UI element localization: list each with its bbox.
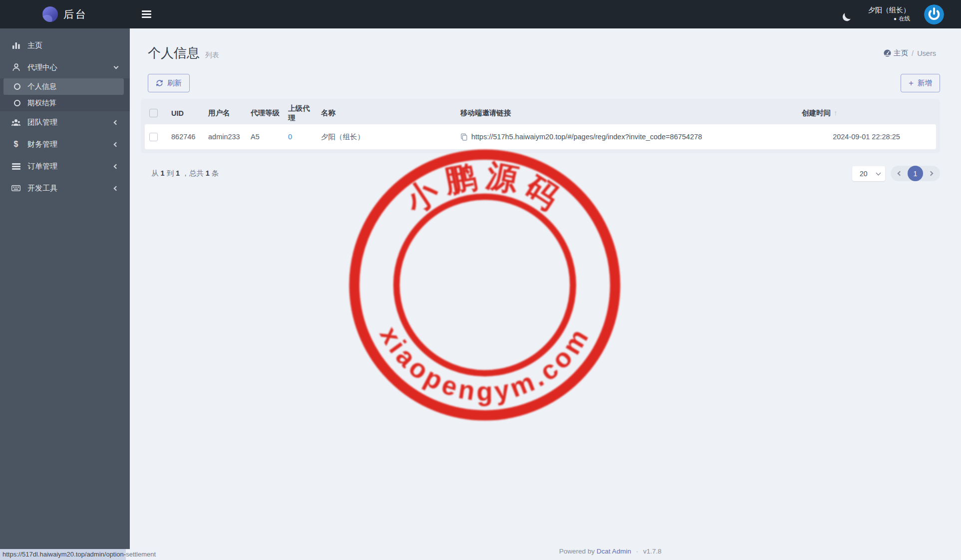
page-title: 个人信息 xyxy=(148,44,200,62)
status-url-tail: settlement xyxy=(126,549,159,560)
pagination-bar: 从1到1，总共1条 20 1 xyxy=(141,166,940,181)
copy-icon[interactable] xyxy=(460,133,468,141)
powered-by-text: Powered by xyxy=(559,548,595,555)
dashboard-icon xyxy=(884,49,891,57)
user-name: 夕阳（组长） xyxy=(868,5,910,15)
sidebar-item-label: 开发工具 xyxy=(27,184,114,193)
plus-icon: + xyxy=(909,79,914,87)
dollar-icon: $ xyxy=(11,140,21,149)
cell-name: 夕阳（组长） xyxy=(316,132,455,142)
chevron-right-icon xyxy=(929,171,934,176)
app-logo-icon xyxy=(42,6,58,22)
footer-separator: · xyxy=(636,548,639,555)
chevron-left-icon xyxy=(114,164,119,169)
user-icon xyxy=(11,63,21,71)
sidebar-item-label: 期权结算 xyxy=(27,98,56,108)
col-header-parent: 上级代理 xyxy=(283,104,316,123)
refresh-label: 刷新 xyxy=(167,78,182,88)
list-icon xyxy=(11,163,21,170)
sidebar-item-label: 主页 xyxy=(27,41,118,50)
select-all-checkbox[interactable] xyxy=(149,109,158,117)
sidebar-item-option-settlement[interactable]: 期权结算 xyxy=(0,95,130,111)
breadcrumb: 主页 / Users xyxy=(884,48,936,58)
refresh-icon xyxy=(156,79,163,87)
col-header-level: 代理等级 xyxy=(246,108,283,118)
created-header-label: 创建时间 xyxy=(802,109,831,117)
sidebar-item-home[interactable]: 主页 xyxy=(0,34,130,56)
data-table: UID 用户名 代理等级 上级代理 名称 移动端邀请链接 创建时间↑ 86274… xyxy=(141,99,940,153)
refresh-button[interactable]: 刷新 xyxy=(148,74,190,92)
footer: Powered by Dcat Admin · v1.7.8 xyxy=(260,548,961,555)
sidebar-item-label: 财务管理 xyxy=(27,140,114,149)
status-url-bubble: https://517dl.haiwaiym20.top/admin/optio… xyxy=(0,549,159,560)
users-icon xyxy=(11,119,21,126)
avatar[interactable] xyxy=(924,4,944,24)
prev-page-button[interactable] xyxy=(893,166,907,181)
sidebar-toggle-icon[interactable] xyxy=(142,10,151,18)
breadcrumb-separator: / xyxy=(912,49,914,57)
power-logo-icon xyxy=(924,4,944,24)
cell-created: 2024-09-01 22:28:25 xyxy=(797,133,936,141)
sidebar-item-finance-mgmt[interactable]: $ 财务管理 xyxy=(0,133,130,155)
col-header-name: 名称 xyxy=(316,108,455,118)
col-header-uid: UID xyxy=(166,109,203,117)
version-text: v1.7.8 xyxy=(643,548,661,555)
cell-parent-link[interactable]: 0 xyxy=(283,133,316,141)
sidebar-item-team-mgmt[interactable]: 团队管理 xyxy=(0,111,130,133)
sidebar-item-label: 代理中心 xyxy=(27,63,114,72)
brand[interactable]: 后台 xyxy=(0,0,130,28)
status-url-main: https://517dl.haiwaiym20.top/admin/optio… xyxy=(0,549,126,560)
agent-center-submenu: 个人信息 期权结算 xyxy=(0,78,130,111)
chevron-down-icon xyxy=(876,170,881,175)
online-dot-icon: ● xyxy=(894,15,897,22)
grid-toolbar: 刷新 + 新增 xyxy=(130,62,961,92)
current-page-button[interactable]: 1 xyxy=(908,166,923,181)
page-subtitle: 列表 xyxy=(205,47,219,60)
sidebar-item-label: 团队管理 xyxy=(27,118,114,127)
breadcrumb-current: Users xyxy=(917,49,936,57)
sidebar-item-dev-tools[interactable]: 开发工具 xyxy=(0,177,130,199)
col-header-created[interactable]: 创建时间↑ xyxy=(797,108,936,118)
pager: 1 xyxy=(891,166,940,181)
sidebar-item-label: 订单管理 xyxy=(27,162,114,171)
user-menu[interactable]: 夕阳（组长） ● 在线 xyxy=(868,5,910,22)
user-status: ● 在线 xyxy=(868,15,910,23)
keyboard-icon xyxy=(11,185,21,191)
table-header-row: UID 用户名 代理等级 上级代理 名称 移动端邀请链接 创建时间↑ xyxy=(145,102,936,124)
col-header-invite: 移动端邀请链接 xyxy=(455,108,797,118)
cell-invite-link[interactable]: https://517h5.haiwaiym20.top/#/pages/reg… xyxy=(471,133,702,141)
breadcrumb-home-label: 主页 xyxy=(894,48,908,58)
chevron-left-icon xyxy=(114,186,119,191)
page-size-value: 20 xyxy=(860,170,868,178)
pagination-summary: 从1到1，总共1条 xyxy=(141,169,219,178)
topbar-right: 夕阳（组长） ● 在线 xyxy=(845,4,961,24)
circle-icon xyxy=(14,83,20,90)
sidebar-item-personal-info[interactable]: 个人信息 xyxy=(3,78,124,95)
online-label: 在线 xyxy=(899,15,910,23)
chevron-down-icon xyxy=(114,64,119,69)
breadcrumb-home-link[interactable]: 主页 xyxy=(884,48,908,58)
sidebar-item-agent-center[interactable]: 代理中心 xyxy=(0,56,130,78)
chevron-left-icon xyxy=(898,171,903,176)
app-title: 后台 xyxy=(63,7,87,21)
cell-level: A5 xyxy=(246,133,283,141)
col-header-username: 用户名 xyxy=(203,108,246,118)
cell-uid: 862746 xyxy=(166,133,203,141)
main-content: 个人信息 列表 主页 / Users 刷新 + 新增 UID 用户名 xyxy=(130,28,961,560)
cell-username: admin233 xyxy=(203,133,246,141)
dark-mode-toggle-icon[interactable] xyxy=(844,8,855,20)
sidebar-item-order-mgmt[interactable]: 订单管理 xyxy=(0,155,130,177)
add-button[interactable]: + 新增 xyxy=(901,74,940,92)
circle-icon xyxy=(14,100,20,106)
table-row: 862746 admin233 A5 0 夕阳（组长） https://517h… xyxy=(145,124,936,149)
topbar: 后台 夕阳（组长） ● 在线 xyxy=(0,0,961,28)
row-checkbox[interactable] xyxy=(149,133,158,141)
dcat-admin-link[interactable]: Dcat Admin xyxy=(597,548,631,555)
bar-chart-icon xyxy=(11,42,21,49)
sort-asc-icon[interactable]: ↑ xyxy=(834,109,837,117)
add-label: 新增 xyxy=(918,78,932,88)
sidebar-item-label: 个人信息 xyxy=(27,82,56,91)
next-page-button[interactable] xyxy=(924,166,938,181)
page-size-select[interactable]: 20 xyxy=(852,166,885,181)
sidebar: 主页 代理中心 个人信息 期权结算 团队管理 xyxy=(0,28,130,560)
